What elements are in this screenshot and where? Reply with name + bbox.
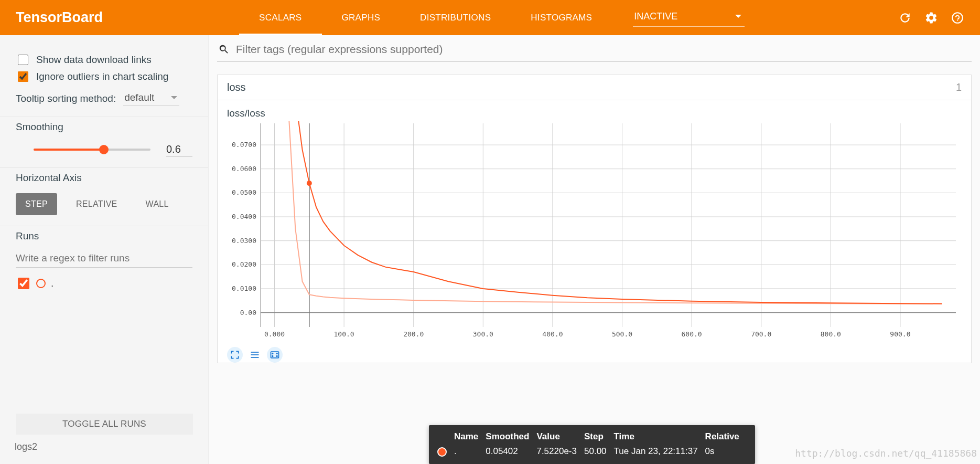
- svg-rect-42: [271, 352, 279, 358]
- search-icon: [218, 44, 230, 55]
- line-chart[interactable]: 0.000100.0200.0300.0400.0500.0600.0700.0…: [227, 121, 960, 341]
- show-download-row[interactable]: Show data download links: [16, 53, 192, 67]
- svg-point-38: [307, 181, 312, 186]
- runs-filter-input[interactable]: [16, 249, 192, 268]
- main-panel: loss 1 loss/loss 0.000100.0200.0300.0400…: [209, 35, 980, 464]
- help-icon[interactable]: [951, 11, 964, 25]
- svg-text:0.0600: 0.0600: [232, 165, 256, 173]
- svg-text:200.0: 200.0: [403, 330, 424, 338]
- svg-text:0.0100: 0.0100: [232, 284, 256, 292]
- scalar-card: loss 1 loss/loss 0.000100.0200.0300.0400…: [217, 75, 972, 363]
- inactive-label: INACTIVE: [634, 11, 677, 22]
- tab-distributions[interactable]: DISTRIBUTIONS: [400, 0, 511, 35]
- tab-histograms[interactable]: HISTOGRAMS: [511, 0, 612, 35]
- svg-text:700.0: 700.0: [751, 330, 771, 338]
- ignore-outliers-checkbox[interactable]: [18, 71, 28, 82]
- brand-title: TensorBoard: [16, 9, 103, 26]
- tab-graphs[interactable]: GRAPHS: [322, 0, 401, 35]
- header-tools: [898, 11, 964, 25]
- tab-scalars[interactable]: SCALARS: [239, 0, 321, 35]
- logdir-path: logs2: [15, 441, 37, 452]
- tooltip-sort-label: Tooltip sorting method:: [16, 93, 116, 104]
- svg-text:100.0: 100.0: [334, 330, 354, 338]
- tooltip-sort-value: default: [124, 92, 154, 103]
- svg-text:300.0: 300.0: [473, 330, 493, 338]
- tag-filter-row: [217, 40, 972, 62]
- svg-rect-40: [251, 354, 259, 355]
- tt-smoothed: 0.05402: [486, 445, 536, 458]
- axis-btn-wall[interactable]: WALL: [136, 193, 178, 215]
- chart-tooltip: NameSmoothedValueStepTimeRelative .0.054…: [429, 425, 755, 464]
- chart-toolbar: [218, 346, 971, 363]
- slider-thumb[interactable]: [99, 145, 109, 154]
- ignore-outliers-row[interactable]: Ignore outliers in chart scaling: [16, 70, 192, 83]
- chevron-down-icon: [171, 96, 177, 99]
- fit-domain-icon[interactable]: [267, 347, 283, 363]
- smoothing-value-input[interactable]: [166, 142, 192, 157]
- run-name: .: [51, 278, 53, 289]
- horizontal-axis-label: Horizontal Axis: [16, 172, 192, 184]
- run-item[interactable]: .: [16, 276, 192, 291]
- smoothing-label: Smoothing: [16, 121, 192, 133]
- gear-icon[interactable]: [924, 11, 938, 25]
- log-scale-icon[interactable]: [247, 347, 263, 363]
- svg-text:0.00: 0.00: [240, 309, 256, 317]
- svg-rect-39: [251, 352, 259, 353]
- svg-text:0.0300: 0.0300: [232, 237, 256, 245]
- svg-text:900.0: 900.0: [890, 330, 910, 338]
- tooltip-sort-select[interactable]: default: [123, 91, 179, 106]
- nav-tabs: SCALARSGRAPHSDISTRIBUTIONSHISTOGRAMS: [239, 0, 612, 35]
- svg-point-46: [276, 356, 277, 357]
- svg-text:0.0500: 0.0500: [232, 188, 256, 196]
- ignore-outliers-label: Ignore outliers in chart scaling: [36, 71, 168, 82]
- tt-step: 50.00: [584, 445, 614, 458]
- watermark: http://blog.csdn.net/qq_41185868: [795, 448, 977, 459]
- tt-value: 7.5220e-3: [536, 445, 584, 458]
- svg-text:500.0: 500.0: [612, 330, 632, 338]
- svg-text:0.0200: 0.0200: [232, 260, 256, 268]
- tt-time: Tue Jan 23, 22:11:37: [614, 445, 705, 458]
- sidebar: Show data download links Ignore outliers…: [0, 35, 209, 464]
- svg-point-43: [272, 353, 273, 354]
- show-download-checkbox[interactable]: [18, 55, 28, 65]
- svg-text:0.0400: 0.0400: [232, 213, 256, 220]
- refresh-icon[interactable]: [898, 11, 912, 25]
- chevron-down-icon: [735, 15, 741, 18]
- svg-text:400.0: 400.0: [542, 330, 563, 338]
- run-swatch-icon: [36, 279, 46, 288]
- smoothing-slider[interactable]: [34, 149, 150, 151]
- run-checkbox[interactable]: [18, 278, 29, 289]
- svg-text:0.000: 0.000: [264, 330, 285, 338]
- runs-label: Runs: [16, 230, 192, 242]
- show-download-label: Show data download links: [36, 54, 152, 66]
- run-color-dot: [437, 447, 447, 457]
- svg-rect-41: [251, 357, 259, 358]
- tt-relative: 0s: [705, 445, 747, 458]
- section-count: 1: [956, 81, 962, 93]
- tag-filter-input[interactable]: [235, 43, 972, 56]
- svg-text:0.0700: 0.0700: [232, 141, 256, 149]
- svg-point-45: [272, 356, 273, 357]
- tt-name: .: [454, 445, 486, 458]
- svg-text:800.0: 800.0: [821, 330, 841, 338]
- app-header: TensorBoard SCALARSGRAPHSDISTRIBUTIONSHI…: [0, 0, 980, 35]
- svg-point-44: [276, 353, 277, 354]
- expand-icon[interactable]: [227, 347, 243, 363]
- svg-text:600.0: 600.0: [682, 330, 702, 338]
- axis-btn-relative[interactable]: RELATIVE: [67, 193, 127, 215]
- axis-buttons: STEPRELATIVEWALL: [16, 193, 192, 215]
- toggle-all-runs-button[interactable]: TOGGLE ALL RUNS: [16, 414, 193, 435]
- chart-title: loss/loss: [218, 100, 971, 121]
- axis-btn-step[interactable]: STEP: [16, 193, 57, 215]
- inactive-plugins-dropdown[interactable]: INACTIVE: [633, 9, 745, 27]
- section-title: loss: [227, 81, 246, 93]
